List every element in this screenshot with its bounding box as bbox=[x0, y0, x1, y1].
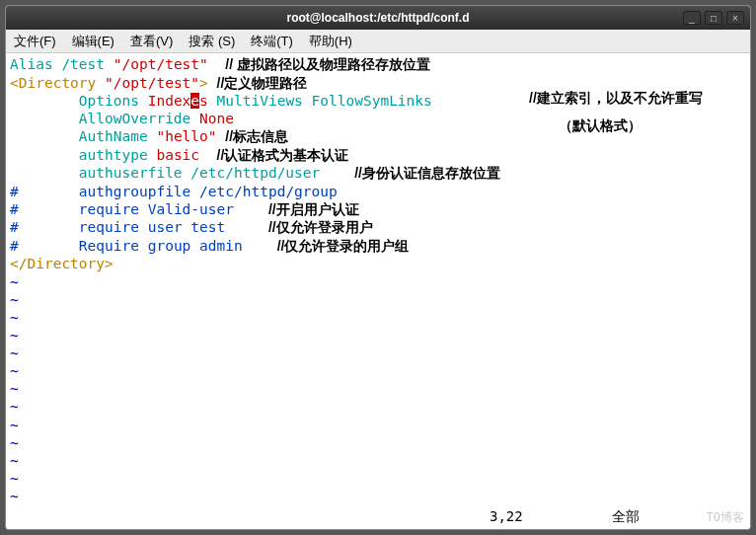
annotation-5: //标志信息 bbox=[225, 128, 288, 144]
tilde-line: ~ bbox=[10, 309, 746, 327]
code-line-11: # Require group admin //仅允许登录的用户组 bbox=[10, 237, 746, 256]
annotation-3: //建立索引，以及不允许重写 bbox=[529, 90, 703, 108]
tilde-line: ~ bbox=[10, 452, 746, 470]
window-buttons: _ □ × bbox=[683, 11, 744, 25]
annotation-7: //身份认证信息存放位置 bbox=[354, 165, 500, 181]
menu-view[interactable]: 查看(V) bbox=[122, 33, 181, 50]
menu-search[interactable]: 搜索 (S) bbox=[181, 33, 243, 50]
titlebar: root@localhost:/etc/httpd/conf.d _ □ × bbox=[6, 6, 750, 30]
terminal-content[interactable]: Alias /test "/opt/test" // 虚拟路径以及物理路径存放位… bbox=[6, 53, 750, 529]
close-button[interactable]: × bbox=[726, 11, 744, 25]
maximize-button[interactable]: □ bbox=[705, 11, 722, 25]
scroll-position: 全部 bbox=[612, 508, 640, 526]
tilde-line: ~ bbox=[10, 344, 746, 362]
annotation-1: // 虚拟路径以及物理路径存放位置 bbox=[225, 56, 430, 72]
tilde-line: ~ bbox=[10, 362, 746, 380]
annotation-2: //定义物理路径 bbox=[217, 75, 308, 91]
tilde-line: ~ bbox=[10, 417, 746, 434]
vim-status: 3,22 全部 bbox=[6, 508, 750, 526]
code-line-8: # authgroupfile /etc/httpd/group bbox=[10, 183, 746, 200]
watermark: TO博客 bbox=[707, 510, 744, 525]
menu-edit[interactable]: 编辑(E) bbox=[64, 33, 122, 50]
annotation-9: //开启用户认证 bbox=[268, 201, 359, 217]
tilde-line: ~ bbox=[10, 273, 746, 291]
tilde-line: ~ bbox=[10, 488, 746, 505]
tilde-line: ~ bbox=[10, 398, 746, 416]
tilde-line: ~ bbox=[10, 380, 746, 398]
annotation-3b: （默认格式） bbox=[559, 117, 642, 135]
cursor-position: 3,22 bbox=[490, 508, 523, 526]
code-line-7: authuserfile /etc/httpd/user //身份认证信息存放位… bbox=[10, 164, 746, 183]
code-line-1: Alias /test "/opt/test" // 虚拟路径以及物理路径存放位… bbox=[10, 55, 746, 74]
menu-help[interactable]: 帮助(H) bbox=[301, 33, 360, 50]
code-line-6: authtype basic //认证格式为基本认证 bbox=[10, 146, 746, 165]
minimize-button[interactable]: _ bbox=[683, 11, 701, 25]
tilde-line: ~ bbox=[10, 327, 746, 344]
menu-file[interactable]: 文件(F) bbox=[6, 33, 64, 50]
window-title: root@localhost:/etc/httpd/conf.d bbox=[6, 11, 750, 25]
tilde-line: ~ bbox=[10, 291, 746, 309]
annotation-10: //仅允许登录用户 bbox=[268, 219, 373, 235]
annotation-11: //仅允许登录的用户组 bbox=[277, 238, 410, 254]
code-line-9: # require Valid-user //开启用户认证 bbox=[10, 200, 746, 219]
cursor: e bbox=[190, 93, 199, 109]
annotation-6: //认证格式为基本认证 bbox=[217, 147, 349, 163]
menubar: 文件(F) 编辑(E) 查看(V) 搜索 (S) 终端(T) 帮助(H) bbox=[6, 30, 750, 53]
code-line-10: # require user test //仅允许登录用户 bbox=[10, 218, 746, 237]
tilde-line: ~ bbox=[10, 470, 746, 488]
code-line-12: </Directory> bbox=[10, 255, 746, 272]
terminal-window: root@localhost:/etc/httpd/conf.d _ □ × 文… bbox=[5, 5, 751, 530]
menu-terminal[interactable]: 终端(T) bbox=[243, 33, 301, 50]
tilde-line: ~ bbox=[10, 434, 746, 452]
